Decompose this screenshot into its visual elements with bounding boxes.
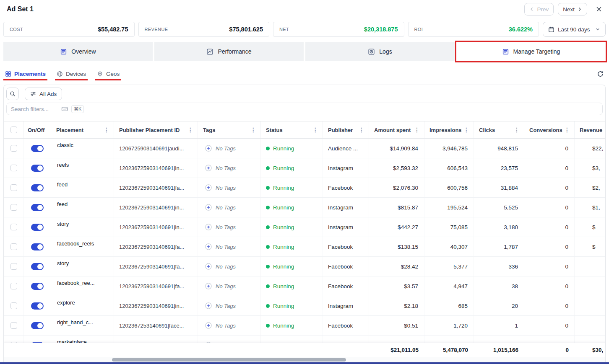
row-checkbox[interactable] bbox=[10, 322, 17, 329]
add-tag-icon[interactable] bbox=[205, 204, 212, 211]
onoff-toggle[interactable] bbox=[31, 283, 44, 290]
row-checkbox[interactable] bbox=[10, 243, 17, 250]
status-dot bbox=[266, 304, 270, 308]
subtab-label: Devices bbox=[66, 71, 86, 77]
onoff-toggle[interactable] bbox=[31, 302, 44, 310]
toggle-knob bbox=[37, 225, 43, 230]
search-button[interactable] bbox=[6, 88, 19, 100]
date-range-button[interactable]: Last 90 days bbox=[543, 22, 606, 37]
column-menu-icon[interactable] bbox=[513, 127, 521, 133]
column-menu-icon[interactable] bbox=[103, 127, 110, 133]
column-header: Publisher Placement ID bbox=[119, 127, 180, 133]
row-checkbox[interactable] bbox=[10, 302, 17, 309]
subtab-geos[interactable]: Geos bbox=[96, 67, 120, 80]
tags-label: No Tags bbox=[216, 145, 236, 152]
prev-button[interactable]: Prev bbox=[524, 3, 554, 15]
status-dot bbox=[266, 186, 270, 190]
status-label: Running bbox=[273, 303, 294, 309]
add-tag-icon[interactable] bbox=[205, 184, 212, 191]
keyboard-icon bbox=[61, 106, 68, 112]
toggle-knob bbox=[37, 323, 43, 328]
publisher-placement-id: 120236725903140691|in... bbox=[114, 296, 198, 315]
onoff-toggle[interactable] bbox=[31, 184, 44, 191]
horizontal-scrollbar[interactable] bbox=[4, 357, 605, 362]
onoff-toggle[interactable] bbox=[31, 165, 44, 172]
column-menu-icon[interactable] bbox=[358, 127, 365, 133]
publisher-name: Facebook bbox=[323, 178, 369, 197]
revenue-value: $3, bbox=[575, 158, 605, 178]
onoff-toggle[interactable] bbox=[31, 322, 44, 329]
clicks-value: 3,180 bbox=[474, 217, 524, 237]
publisher-name: Facebook bbox=[323, 257, 369, 276]
clicks-value: 948,815 bbox=[474, 139, 524, 158]
date-range-label: Last 90 days bbox=[558, 26, 590, 33]
add-tag-icon[interactable] bbox=[205, 322, 212, 329]
table-row: feed 120236725903140691|in... No Tags Ru… bbox=[4, 198, 605, 217]
add-tag-icon[interactable] bbox=[205, 282, 212, 290]
clicks-value: 5,525 bbox=[474, 198, 524, 217]
onoff-toggle[interactable] bbox=[31, 204, 44, 211]
tab-performance[interactable]: Performance bbox=[154, 42, 304, 61]
add-tag-icon[interactable] bbox=[205, 263, 212, 270]
status-label: Running bbox=[273, 283, 294, 289]
subtab-devices[interactable]: Devices bbox=[56, 67, 87, 80]
column-header: Placement bbox=[56, 127, 83, 133]
row-checkbox[interactable] bbox=[10, 145, 17, 152]
status-label: Running bbox=[273, 263, 294, 270]
tab-logs[interactable]: Logs bbox=[305, 42, 455, 61]
tab-manage-targeting[interactable]: Manage Targeting bbox=[456, 42, 606, 61]
status-dot bbox=[266, 284, 270, 288]
refresh-icon[interactable] bbox=[595, 69, 606, 79]
row-checkbox[interactable] bbox=[10, 224, 17, 230]
add-tag-icon[interactable] bbox=[205, 164, 212, 172]
onoff-toggle[interactable] bbox=[31, 263, 44, 270]
publisher-name: Instagram bbox=[323, 158, 369, 178]
all-ads-filter-button[interactable]: All Ads bbox=[25, 88, 62, 100]
publisher-name: Instagram bbox=[323, 217, 369, 237]
targeting-icon bbox=[502, 48, 509, 55]
column-menu-icon[interactable] bbox=[312, 127, 319, 133]
status-label: Running bbox=[273, 145, 294, 152]
tags-label: No Tags bbox=[216, 204, 236, 211]
all-ads-label: All Ads bbox=[39, 91, 57, 97]
row-checkbox[interactable] bbox=[10, 204, 17, 211]
column-menu-icon[interactable] bbox=[463, 127, 470, 133]
scrollbar-thumb[interactable] bbox=[112, 358, 346, 361]
stat-label: ROI bbox=[414, 27, 423, 32]
column-header: Revenue bbox=[580, 127, 602, 133]
toggle-knob bbox=[37, 284, 43, 289]
add-tag-icon[interactable] bbox=[205, 145, 212, 152]
tags-label: No Tags bbox=[216, 244, 236, 250]
onoff-toggle[interactable] bbox=[31, 243, 44, 250]
tab-overview[interactable]: Overview bbox=[3, 42, 153, 61]
column-menu-icon[interactable] bbox=[563, 127, 571, 133]
column-menu-icon[interactable] bbox=[413, 127, 421, 133]
placement-name: feed bbox=[51, 178, 114, 197]
subtab-placements[interactable]: Placements bbox=[4, 67, 47, 80]
add-tag-icon[interactable] bbox=[205, 302, 212, 310]
search-filters-box[interactable]: ⌘K bbox=[6, 103, 603, 115]
conversions-value: 0 bbox=[524, 237, 575, 256]
row-checkbox[interactable] bbox=[10, 283, 17, 289]
add-tag-icon[interactable] bbox=[205, 243, 212, 250]
onoff-toggle[interactable] bbox=[31, 224, 44, 231]
amount-spent-value: $815.87 bbox=[369, 198, 424, 217]
page-title: Ad Set 1 bbox=[7, 5, 524, 13]
tags-label: No Tags bbox=[216, 263, 236, 270]
row-checkbox[interactable] bbox=[10, 165, 17, 171]
search-filters-input[interactable] bbox=[11, 106, 58, 112]
publisher-placement-id: 120236725903140691|in... bbox=[114, 158, 198, 178]
row-checkbox[interactable] bbox=[10, 263, 17, 270]
row-checkbox[interactable] bbox=[10, 184, 17, 191]
add-tag-icon[interactable] bbox=[205, 223, 212, 231]
next-button[interactable]: Next bbox=[558, 3, 587, 15]
close-icon[interactable] bbox=[596, 6, 602, 13]
column-menu-icon[interactable] bbox=[250, 127, 257, 133]
select-all-checkbox[interactable] bbox=[10, 126, 17, 133]
column-menu-icon[interactable] bbox=[187, 127, 194, 133]
publisher-name: Instagram bbox=[323, 296, 369, 315]
globe-icon bbox=[57, 71, 63, 77]
placement-name: right_hand_c... bbox=[51, 316, 114, 335]
chevron-right-icon bbox=[577, 7, 582, 12]
onoff-toggle[interactable] bbox=[31, 145, 44, 152]
